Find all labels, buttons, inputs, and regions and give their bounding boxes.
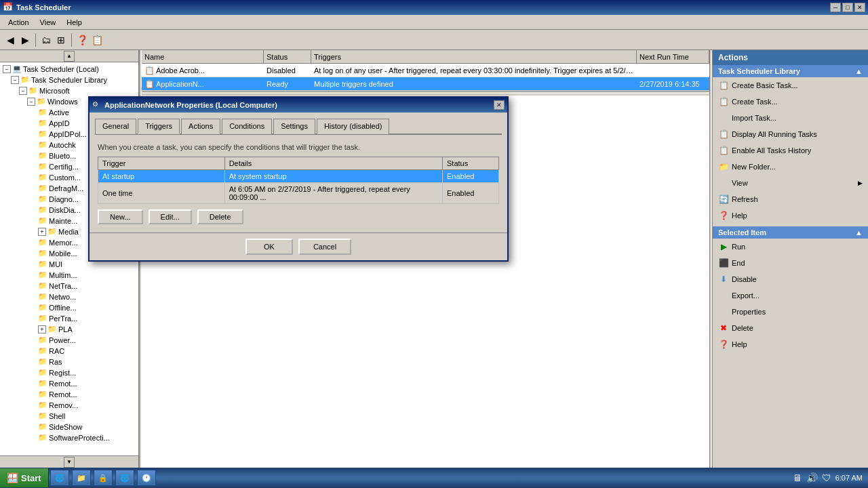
tree-item-pla[interactable]: + 📁PLA: [37, 324, 137, 335]
taskbar-app-clock[interactable]: 🕐: [137, 470, 156, 486]
trigger-row-2[interactable]: One time At 6:05 AM on 2/27/2019 - After…: [98, 183, 499, 204]
tree-item-sideshow[interactable]: 📁SideShow: [37, 422, 137, 432]
col-header-name[interactable]: Name: [142, 50, 264, 63]
tree-item-remot2[interactable]: 📁Remot...: [37, 389, 137, 400]
tray: 🖥 🔊 🛡 6:07 AM: [787, 472, 868, 483]
start-button[interactable]: 🪟 Start: [0, 468, 49, 487]
delete-icon: ✖: [718, 323, 729, 333]
col-header-next[interactable]: Next Run Time: [637, 50, 709, 63]
tree-item-remot1[interactable]: 📁Remot...: [37, 378, 137, 389]
tree-node-microsoft[interactable]: − 📁 Microsoft: [18, 85, 137, 96]
dialog-title-icon: ⚙: [92, 100, 102, 110]
toolbar-forward[interactable]: ▶: [18, 33, 33, 47]
close-button[interactable]: ✕: [854, 3, 865, 12]
minimize-button[interactable]: ─: [830, 3, 841, 12]
taskbar-app-ie[interactable]: 🌐: [50, 470, 69, 486]
toolbar-report[interactable]: 📋: [90, 33, 104, 47]
action-help-library[interactable]: ❓ Help: [713, 207, 868, 224]
tree-item-offline[interactable]: 📁Offline...: [37, 302, 137, 313]
action-end[interactable]: ⬛ End: [713, 255, 868, 271]
action-create-task[interactable]: 📋 Create Task...: [713, 94, 868, 110]
toolbar-help[interactable]: ❓: [75, 33, 90, 47]
tab-conditions[interactable]: Conditions: [222, 119, 272, 134]
dialog-ok-button[interactable]: OK: [245, 239, 293, 255]
dialog-cancel-button[interactable]: Cancel: [298, 239, 351, 255]
tab-settings[interactable]: Settings: [273, 119, 315, 134]
tree-label-root: Task Scheduler (Local): [23, 65, 99, 73]
taskbar-app-folder[interactable]: 📁: [72, 470, 91, 486]
action-display-running[interactable]: 📋 Display All Running Tasks: [713, 126, 868, 142]
tree-item-remov[interactable]: 📁Remov...: [37, 400, 137, 411]
task-status-1: Ready: [264, 79, 311, 89]
tab-triggers[interactable]: Triggers: [138, 119, 180, 134]
dialog-titlebar: ⚙ ApplicationNetwork Properties (Local C…: [90, 98, 507, 113]
tab-history[interactable]: History (disabled): [317, 119, 390, 134]
right-panel: Actions Task Scheduler Library ▲ 📋 Creat…: [712, 50, 868, 468]
trigger-cell-status-2: Enabled: [443, 183, 499, 204]
toolbar-folder[interactable]: 🗂: [39, 33, 54, 47]
action-delete[interactable]: ✖ Delete: [713, 320, 868, 336]
start-label: Start: [21, 473, 41, 483]
tab-content-area: When you create a task, you can specify …: [95, 140, 502, 227]
tree-item-shell[interactable]: 📁Shell: [37, 411, 137, 422]
tree-scroll-up[interactable]: ▲: [64, 51, 75, 62]
tab-actions[interactable]: Actions: [181, 119, 220, 134]
trigger-row-1[interactable]: At startup At system startup Enabled: [98, 170, 499, 183]
tree-item-pertra[interactable]: 📁PerTra...: [37, 313, 137, 324]
action-create-basic-task[interactable]: 📋 Create Basic Task...: [713, 77, 868, 94]
menu-view[interactable]: View: [35, 17, 62, 28]
tray-network-icon[interactable]: 🖥: [793, 472, 802, 483]
disable-icon: ⬇: [718, 274, 729, 285]
tray-security-icon[interactable]: 🛡: [822, 472, 831, 483]
tree-scroll-down[interactable]: ▼: [64, 457, 75, 468]
action-enable-history[interactable]: 📋 Enable All Tasks History: [713, 142, 868, 159]
security-icon: 🔒: [98, 474, 108, 483]
action-disable[interactable]: ⬇ Disable: [713, 271, 868, 287]
tree-node-library[interactable]: − 📁 Task Scheduler Library: [9, 75, 137, 85]
tree-item-ras[interactable]: 📁Ras: [37, 357, 137, 367]
taskbar-app-security[interactable]: 🔒: [94, 470, 113, 486]
tray-volume-icon[interactable]: 🔊: [806, 472, 818, 483]
collapse-selected-icon[interactable]: ▲: [855, 228, 863, 237]
new-folder-icon: 📁: [718, 161, 729, 172]
toolbar-grid[interactable]: ⊞: [54, 33, 68, 47]
dialog-close-button[interactable]: ✕: [494, 100, 505, 110]
action-import-task[interactable]: Import Task...: [713, 110, 868, 126]
tab-general[interactable]: General: [95, 119, 136, 134]
menu-action[interactable]: Action: [3, 17, 35, 28]
task-triggers-0: At log on of any user - After triggered,…: [311, 66, 637, 75]
tree-item-nettra[interactable]: 📁NetTra...: [37, 281, 137, 291]
tree-item-regist[interactable]: 📁Regist...: [37, 367, 137, 378]
table-row[interactable]: 📋 ApplicationN... Ready Multiple trigger…: [142, 77, 709, 91]
refresh-icon: 🔄: [718, 194, 729, 205]
action-export[interactable]: Export...: [713, 287, 868, 304]
tree-item-softwareprot[interactable]: 📁SoftwareProtecti...: [37, 432, 137, 443]
toolbar-back[interactable]: ◀: [3, 33, 18, 47]
maximize-button[interactable]: □: [842, 3, 853, 12]
taskbar-app-globe[interactable]: 🌐: [115, 470, 134, 486]
col-header-triggers[interactable]: Triggers: [311, 50, 637, 63]
col-header-status[interactable]: Status: [264, 50, 311, 63]
col-status-header: Status: [443, 157, 499, 170]
folder-icon: 📁: [77, 474, 86, 483]
table-row[interactable]: 📋 Adobe Acrob... Disabled At log on of a…: [142, 64, 709, 77]
trigger-edit-button[interactable]: Edit...: [149, 209, 192, 224]
action-properties[interactable]: Properties: [713, 304, 868, 320]
tree-item-multim[interactable]: 📁Multim...: [37, 270, 137, 281]
action-view[interactable]: View ▶: [713, 175, 868, 191]
task-list-area: 📋 Adobe Acrob... Disabled At log on of a…: [142, 64, 709, 91]
window-title: Task Scheduler: [16, 3, 830, 12]
action-help-selected[interactable]: ❓ Help: [713, 336, 868, 352]
trigger-delete-button[interactable]: Delete: [197, 209, 243, 224]
action-run[interactable]: ▶ Run: [713, 239, 868, 255]
action-new-folder[interactable]: 📁 New Folder...: [713, 159, 868, 175]
tree-item-netwo[interactable]: 📁Netwo...: [37, 291, 137, 302]
tree-item-power[interactable]: 📁Power...: [37, 335, 137, 346]
action-refresh[interactable]: 🔄 Refresh: [713, 191, 868, 207]
collapse-library-icon[interactable]: ▲: [855, 67, 863, 75]
tree-item-rac[interactable]: 📁RAC: [37, 346, 137, 357]
tree-node-root[interactable]: − 💻 Task Scheduler (Local): [1, 64, 137, 75]
trigger-new-button[interactable]: New...: [98, 209, 143, 224]
menu-help[interactable]: Help: [61, 17, 87, 28]
trigger-cell-details-2: At 6:05 AM on 2/27/2019 - After triggere…: [224, 183, 442, 204]
